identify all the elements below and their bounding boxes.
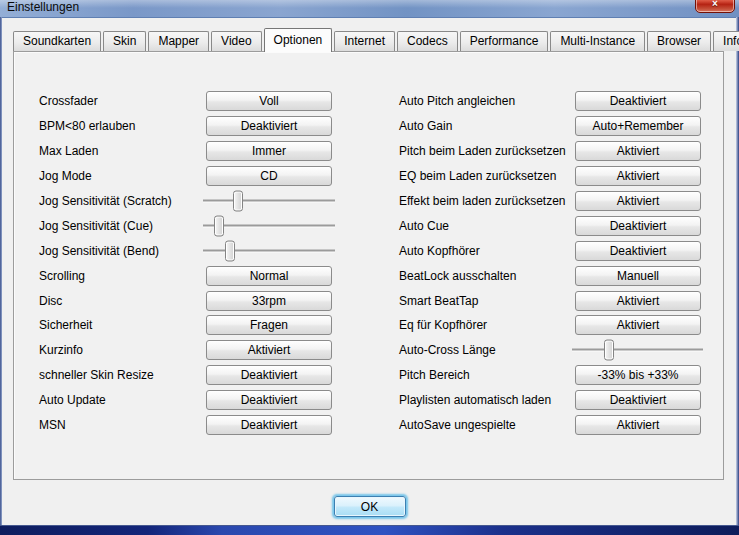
setting-value-beatlock-ausschalten[interactable]: Manuell: [575, 266, 701, 286]
slider-track[interactable]: [203, 200, 335, 202]
tab-video[interactable]: Video: [211, 31, 261, 51]
titlebar: Einstellungen ×: [0, 0, 739, 18]
titlebar-sheen: [0, 0, 739, 8]
setting-value-kurzinfo[interactable]: Aktiviert: [206, 340, 332, 360]
tab-codecs[interactable]: Codecs: [397, 31, 458, 51]
setting-value-autosave-ungespielte[interactable]: Aktiviert: [575, 415, 701, 435]
setting-row-kurzinfo: KurzinfoAktiviert: [14, 338, 369, 363]
setting-label: Auto Gain: [399, 119, 452, 133]
slider-track[interactable]: [572, 349, 703, 351]
setting-slider-auto-cross-l-nge[interactable]: [572, 340, 703, 361]
tab-skin[interactable]: Skin: [103, 31, 146, 51]
setting-row-eq-f-r-kopfh-rer: Eq für KopfhörerAktiviert: [369, 313, 723, 338]
setting-slider-jog-sensitivit-t-cue[interactable]: [203, 215, 335, 236]
setting-row-autosave-ungespielte: AutoSave ungespielteAktiviert: [369, 413, 723, 438]
setting-label: Kurzinfo: [39, 343, 83, 357]
tabstrip: SoundkartenSkinMapperVideoOptionenIntern…: [13, 28, 727, 51]
setting-value-playlisten-automatisch-laden[interactable]: Deaktiviert: [575, 390, 701, 410]
setting-slider-jog-sensitivit-t-bend[interactable]: [203, 240, 335, 261]
tab-soundkarten[interactable]: Soundkarten: [13, 31, 101, 51]
setting-value-auto-kopfh-rer[interactable]: Deaktiviert: [575, 241, 701, 261]
window-border-left: [0, 17, 2, 526]
setting-label: BPM<80 erlauben: [39, 119, 135, 133]
setting-value-eq-beim-laden-zur-cksetzen[interactable]: Aktiviert: [575, 166, 701, 186]
setting-label: Playlisten automatisch laden: [399, 393, 551, 407]
setting-row-jog-sensitivit-t-scratch: Jog Sensitivität (Scratch): [14, 189, 369, 214]
setting-value-max-laden[interactable]: Immer: [206, 141, 332, 161]
settings-column-right: Auto Pitch angleichenDeaktiviertAuto Gai…: [369, 89, 723, 479]
setting-label: Pitch Bereich: [399, 368, 470, 382]
slider-track[interactable]: [203, 249, 335, 251]
settings-window: Einstellungen × SoundkartenSkinMapperVid…: [0, 0, 739, 535]
setting-value-effekt-beim-laden-zur-cksetzen[interactable]: Aktiviert: [575, 191, 701, 211]
setting-row-jog-mode: Jog ModeCD: [14, 164, 369, 189]
setting-row-auto-pitch-angleichen: Auto Pitch angleichenDeaktiviert: [369, 89, 723, 114]
setting-value-sicherheit[interactable]: Fragen: [206, 315, 332, 335]
setting-value-auto-gain[interactable]: Auto+Remember: [575, 116, 701, 136]
tab-browser[interactable]: Browser: [647, 31, 711, 51]
setting-value-jog-mode[interactable]: CD: [206, 166, 332, 186]
setting-row-playlisten-automatisch-laden: Playlisten automatisch ladenDeaktiviert: [369, 388, 723, 413]
setting-row-auto-update: Auto UpdateDeaktiviert: [14, 388, 369, 413]
setting-row-scrolling: ScrollingNormal: [14, 263, 369, 288]
setting-row-bpm-80-erlauben: BPM<80 erlaubenDeaktiviert: [14, 114, 369, 139]
setting-row-eq-beim-laden-zur-cksetzen: EQ beim Laden zurücksetzenAktiviert: [369, 164, 723, 189]
tab-optionen[interactable]: Optionen: [264, 28, 333, 52]
setting-row-jog-sensitivit-t-bend: Jog Sensitivität (Bend): [14, 238, 369, 263]
setting-label: Sicherheit: [39, 318, 92, 332]
setting-label: Effekt beim laden zurücksetzen: [399, 194, 566, 208]
setting-label: Jog Sensitivität (Bend): [39, 244, 159, 258]
setting-label: Jog Mode: [39, 169, 92, 183]
setting-row-disc: Disc33rpm: [14, 288, 369, 313]
tab-info[interactable]: Info: [713, 31, 739, 51]
ok-button[interactable]: OK: [334, 496, 406, 517]
slider-thumb[interactable]: [233, 191, 243, 212]
setting-value-schneller-skin-resize[interactable]: Deaktiviert: [206, 365, 332, 385]
tab-panel-optionen: CrossfaderVollBPM<80 erlaubenDeaktiviert…: [13, 51, 724, 480]
setting-label: Crossfader: [39, 94, 98, 108]
tab-multi-instance[interactable]: Multi-Instance: [550, 31, 645, 51]
setting-label: Disc: [39, 294, 62, 308]
setting-value-pitch-bereich[interactable]: -33% bis +33%: [575, 365, 701, 385]
setting-label: EQ beim Laden zurücksetzen: [399, 169, 556, 183]
setting-row-auto-cross-l-nge: Auto-Cross Länge: [369, 338, 723, 363]
setting-value-msn[interactable]: Deaktiviert: [206, 415, 332, 435]
setting-label: Max Laden: [39, 144, 98, 158]
window-border-bottom: [0, 525, 739, 535]
setting-value-crossfader[interactable]: Voll: [206, 91, 332, 111]
setting-label: BeatLock ausschalten: [399, 269, 516, 283]
slider-thumb[interactable]: [225, 240, 235, 261]
setting-value-disc[interactable]: 33rpm: [206, 291, 332, 311]
setting-label: Scrolling: [39, 269, 85, 283]
setting-value-smart-beattap[interactable]: Aktiviert: [575, 291, 701, 311]
setting-row-jog-sensitivit-t-cue: Jog Sensitivität (Cue): [14, 213, 369, 238]
tab-mapper[interactable]: Mapper: [148, 31, 209, 51]
setting-label: Pitch beim Laden zurücksetzen: [399, 144, 566, 158]
setting-label: Auto Kopfhörer: [399, 244, 480, 258]
setting-value-scrolling[interactable]: Normal: [206, 266, 332, 286]
setting-row-pitch-beim-laden-zur-cksetzen: Pitch beim Laden zurücksetzenAktiviert: [369, 139, 723, 164]
setting-row-pitch-bereich: Pitch Bereich-33% bis +33%: [369, 363, 723, 388]
setting-row-sicherheit: SicherheitFragen: [14, 313, 369, 338]
close-button[interactable]: ×: [695, 0, 735, 13]
setting-label: AutoSave ungespielte: [399, 418, 516, 432]
setting-value-pitch-beim-laden-zur-cksetzen[interactable]: Aktiviert: [575, 141, 701, 161]
setting-label: MSN: [39, 418, 66, 432]
setting-value-auto-pitch-angleichen[interactable]: Deaktiviert: [575, 91, 701, 111]
setting-value-bpm-80-erlauben[interactable]: Deaktiviert: [206, 116, 332, 136]
window-title: Einstellungen: [7, 0, 79, 14]
setting-label: Auto-Cross Länge: [399, 343, 496, 357]
setting-label: Eq für Kopfhörer: [399, 318, 487, 332]
settings-columns: CrossfaderVollBPM<80 erlaubenDeaktiviert…: [14, 52, 723, 479]
setting-slider-jog-sensitivit-t-scratch[interactable]: [203, 191, 335, 212]
tab-internet[interactable]: Internet: [334, 31, 395, 51]
setting-row-msn: MSNDeaktiviert: [14, 413, 369, 438]
settings-column-left: CrossfaderVollBPM<80 erlaubenDeaktiviert…: [14, 89, 369, 479]
setting-label: Smart BeatTap: [399, 294, 478, 308]
setting-value-auto-cue[interactable]: Deaktiviert: [575, 216, 701, 236]
slider-thumb[interactable]: [604, 340, 614, 361]
slider-thumb[interactable]: [214, 215, 224, 236]
tab-performance[interactable]: Performance: [460, 31, 549, 51]
setting-value-auto-update[interactable]: Deaktiviert: [206, 390, 332, 410]
setting-value-eq-f-r-kopfh-rer[interactable]: Aktiviert: [575, 315, 701, 335]
